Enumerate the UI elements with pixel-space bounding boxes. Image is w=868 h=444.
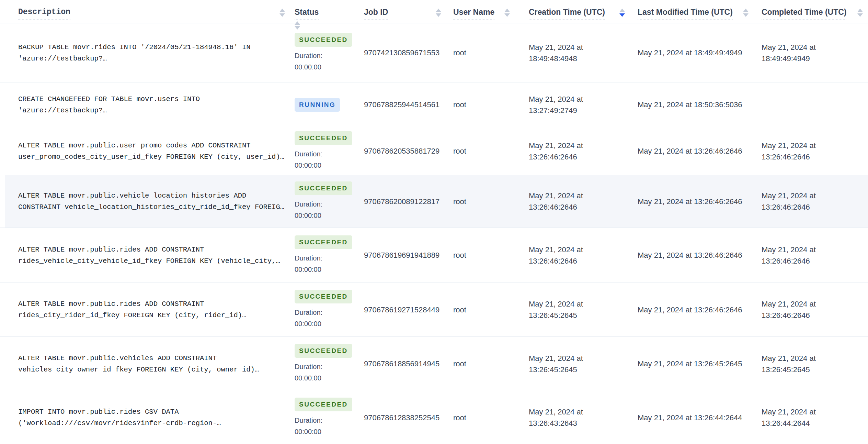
creation-time: May 21, 2024 at 13:26:45:2645 <box>515 353 630 375</box>
column-label-last-modified-time[interactable]: Last Modified Time (UTC) <box>638 8 733 20</box>
job-description-link[interactable]: ALTER TABLE movr.public.vehicle_location… <box>0 190 290 213</box>
duration-value: 00:00:00 <box>295 264 321 275</box>
column-header-completed-time[interactable]: Completed Time (UTC) <box>754 8 868 20</box>
status-badge: SUCCEEDED <box>295 235 352 249</box>
sort-down-icon <box>857 13 863 17</box>
last-modified-time: May 21, 2024 at 13:26:46:2646 <box>630 304 754 315</box>
duration-value: 00:00:00 <box>295 210 321 221</box>
last-modified-time: May 21, 2024 at 18:50:36:5036 <box>630 99 754 110</box>
sort-icon[interactable] <box>295 21 300 30</box>
sort-up-icon <box>857 9 863 12</box>
job-description-link[interactable]: ALTER TABLE movr.public.vehicles ADD CON… <box>0 353 290 375</box>
duration-label: Duration: <box>295 415 322 426</box>
user-name: root <box>446 412 515 423</box>
duration-label: Duration: <box>295 307 322 318</box>
job-description-link[interactable]: ALTER TABLE movr.public.rides ADD CONSTR… <box>0 298 290 321</box>
job-id: 970678619271528449 <box>355 304 446 315</box>
sort-down-icon <box>436 13 441 17</box>
last-modified-time: May 21, 2024 at 18:49:49:4949 <box>630 47 754 58</box>
job-description-link[interactable]: IMPORT INTO movr.public.rides CSV DATA (… <box>0 406 290 429</box>
status-badge: SUCCEEDED <box>295 131 352 145</box>
sort-up-icon <box>504 9 510 12</box>
last-modified-time: May 21, 2024 at 13:26:45:2645 <box>630 358 754 369</box>
job-description-link[interactable]: ALTER TABLE movr.public.user_promo_codes… <box>0 140 290 163</box>
sort-icon[interactable] <box>857 9 863 17</box>
status-cell: SUCCEEDED Duration: 00:00:00 <box>290 181 355 221</box>
column-label-completed-time[interactable]: Completed Time (UTC) <box>762 8 846 20</box>
job-id: 970742130859671553 <box>355 47 446 58</box>
last-modified-time: May 21, 2024 at 13:26:46:2646 <box>630 196 754 207</box>
sort-icon[interactable] <box>743 9 749 17</box>
completed-time: May 21, 2024 at 13:26:46:2646 <box>754 298 868 321</box>
user-name: root <box>446 99 515 110</box>
status-cell: SUCCEEDED Duration: 00:00:00 <box>290 33 355 73</box>
column-label-description[interactable]: Description <box>18 8 70 20</box>
sort-down-icon <box>743 13 749 17</box>
duration-label: Duration: <box>295 253 322 264</box>
column-header-status[interactable]: Status <box>290 8 355 30</box>
user-name: root <box>446 358 515 369</box>
job-id: 970678612838252545 <box>355 412 446 423</box>
status-cell: SUCCEEDED Duration: 00:00:00 <box>290 290 355 330</box>
status-cell: SUCCEEDED Duration: 00:00:00 <box>290 344 355 384</box>
sort-up-icon <box>279 9 285 12</box>
status-cell: RUNNING <box>290 98 355 112</box>
sort-icon[interactable] <box>436 9 441 17</box>
sort-up-icon <box>619 9 625 12</box>
column-header-description[interactable]: Description <box>0 8 290 20</box>
last-modified-time: May 21, 2024 at 13:26:44:2644 <box>630 412 754 423</box>
job-description-link[interactable]: ALTER TABLE movr.public.rides ADD CONSTR… <box>0 244 290 267</box>
creation-time: May 21, 2024 at 13:26:43:2643 <box>515 406 630 429</box>
table-body: BACKUP TABLE movr.rides INTO '/2024/05/2… <box>0 23 868 444</box>
column-label-creation-time[interactable]: Creation Time (UTC) <box>529 8 605 20</box>
job-id: 970678825944514561 <box>355 99 446 110</box>
sort-icon-active-desc[interactable] <box>619 9 625 17</box>
sort-icon[interactable] <box>279 9 285 17</box>
last-modified-time: May 21, 2024 at 13:26:46:2646 <box>630 249 754 261</box>
user-name: root <box>446 145 515 157</box>
job-id: 970678619691941889 <box>355 249 446 261</box>
column-header-user-name[interactable]: User Name <box>446 8 515 20</box>
status-badge: SUCCEEDED <box>295 398 352 411</box>
completed-time: May 21, 2024 at 13:26:45:2645 <box>754 353 868 375</box>
last-modified-time: May 21, 2024 at 13:26:46:2646 <box>630 145 754 157</box>
column-label-user-name[interactable]: User Name <box>453 8 494 20</box>
column-header-last-modified-time[interactable]: Last Modified Time (UTC) <box>630 8 754 20</box>
table-row: CREATE CHANGEFEED FOR TABLE movr.users I… <box>0 82 868 127</box>
status-badge: SUCCEEDED <box>295 344 352 358</box>
column-header-job-id[interactable]: Job ID <box>355 8 446 20</box>
sort-up-icon <box>743 9 749 12</box>
creation-time: May 21, 2024 at 13:26:46:2646 <box>515 140 630 163</box>
completed-time: May 21, 2024 at 13:26:44:2644 <box>754 406 868 429</box>
status-badge: RUNNING <box>295 98 340 112</box>
sort-icon[interactable] <box>504 9 510 17</box>
duration-value: 00:00:00 <box>295 318 321 330</box>
user-name: root <box>446 47 515 58</box>
user-name: root <box>446 196 515 207</box>
column-label-job-id[interactable]: Job ID <box>364 8 388 20</box>
duration-value: 00:00:00 <box>295 373 321 384</box>
completed-time: May 21, 2024 at 13:26:46:2646 <box>754 190 868 213</box>
sort-down-icon <box>295 26 300 30</box>
duration-label: Duration: <box>295 148 322 160</box>
creation-time: May 21, 2024 at 13:26:46:2646 <box>515 244 630 267</box>
completed-time: May 21, 2024 at 13:26:46:2646 <box>754 140 868 163</box>
jobs-table: Description Status Job ID User Name Crea… <box>0 0 868 444</box>
job-description-link[interactable]: CREATE CHANGEFEED FOR TABLE movr.users I… <box>0 93 290 116</box>
table-row: BACKUP TABLE movr.rides INTO '/2024/05/2… <box>0 23 868 82</box>
status-badge: SUCCEEDED <box>295 33 352 47</box>
sort-down-icon <box>504 13 510 17</box>
column-label-status[interactable]: Status <box>295 8 319 20</box>
job-id: 970678620535881729 <box>355 145 446 157</box>
table-row: ALTER TABLE movr.public.user_promo_codes… <box>0 127 868 175</box>
job-description-link[interactable]: BACKUP TABLE movr.rides INTO '/2024/05/2… <box>0 42 290 64</box>
status-badge: SUCCEEDED <box>295 181 352 195</box>
column-header-creation-time[interactable]: Creation Time (UTC) <box>515 8 630 20</box>
job-id: 970678618856914945 <box>355 358 446 369</box>
user-name: root <box>446 249 515 261</box>
table-header-row: Description Status Job ID User Name Crea… <box>0 0 868 23</box>
creation-time: May 21, 2024 at 13:27:49:2749 <box>515 93 630 116</box>
status-cell: SUCCEEDED Duration: 00:00:00 <box>290 235 355 275</box>
user-name: root <box>446 304 515 315</box>
sort-up-icon <box>436 9 441 12</box>
